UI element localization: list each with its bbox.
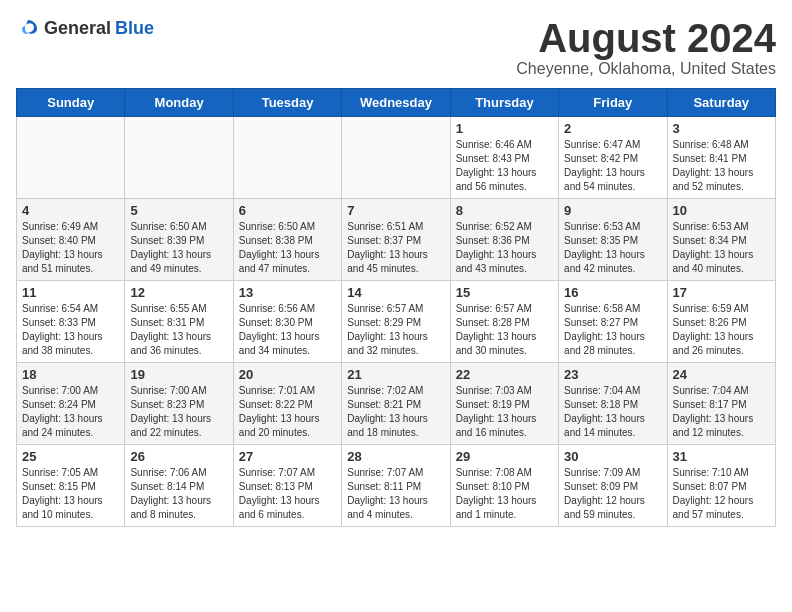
day-number: 13 bbox=[239, 285, 336, 300]
day-number: 9 bbox=[564, 203, 661, 218]
day-info: Sunrise: 6:53 AM Sunset: 8:35 PM Dayligh… bbox=[564, 220, 661, 276]
calendar-cell: 26Sunrise: 7:06 AM Sunset: 8:14 PM Dayli… bbox=[125, 445, 233, 527]
day-header-sunday: Sunday bbox=[17, 89, 125, 117]
day-info: Sunrise: 7:07 AM Sunset: 8:13 PM Dayligh… bbox=[239, 466, 336, 522]
day-info: Sunrise: 7:04 AM Sunset: 8:17 PM Dayligh… bbox=[673, 384, 770, 440]
day-number: 14 bbox=[347, 285, 444, 300]
day-info: Sunrise: 6:59 AM Sunset: 8:26 PM Dayligh… bbox=[673, 302, 770, 358]
day-info: Sunrise: 7:04 AM Sunset: 8:18 PM Dayligh… bbox=[564, 384, 661, 440]
day-info: Sunrise: 6:57 AM Sunset: 8:28 PM Dayligh… bbox=[456, 302, 553, 358]
day-number: 22 bbox=[456, 367, 553, 382]
day-number: 15 bbox=[456, 285, 553, 300]
title-block: August 2024 Cheyenne, Oklahoma, United S… bbox=[516, 16, 776, 78]
day-number: 16 bbox=[564, 285, 661, 300]
calendar-cell: 28Sunrise: 7:07 AM Sunset: 8:11 PM Dayli… bbox=[342, 445, 450, 527]
header: General Blue August 2024 Cheyenne, Oklah… bbox=[16, 16, 776, 78]
calendar-cell: 14Sunrise: 6:57 AM Sunset: 8:29 PM Dayli… bbox=[342, 281, 450, 363]
calendar-cell bbox=[125, 117, 233, 199]
day-info: Sunrise: 7:03 AM Sunset: 8:19 PM Dayligh… bbox=[456, 384, 553, 440]
main-title: August 2024 bbox=[516, 16, 776, 60]
calendar-cell: 2Sunrise: 6:47 AM Sunset: 8:42 PM Daylig… bbox=[559, 117, 667, 199]
calendar-cell: 25Sunrise: 7:05 AM Sunset: 8:15 PM Dayli… bbox=[17, 445, 125, 527]
calendar-cell: 31Sunrise: 7:10 AM Sunset: 8:07 PM Dayli… bbox=[667, 445, 775, 527]
calendar-cell: 27Sunrise: 7:07 AM Sunset: 8:13 PM Dayli… bbox=[233, 445, 341, 527]
calendar-cell: 9Sunrise: 6:53 AM Sunset: 8:35 PM Daylig… bbox=[559, 199, 667, 281]
logo-blue-text: Blue bbox=[115, 18, 154, 39]
calendar: SundayMondayTuesdayWednesdayThursdayFrid… bbox=[16, 88, 776, 527]
day-info: Sunrise: 7:06 AM Sunset: 8:14 PM Dayligh… bbox=[130, 466, 227, 522]
day-number: 6 bbox=[239, 203, 336, 218]
calendar-cell: 29Sunrise: 7:08 AM Sunset: 8:10 PM Dayli… bbox=[450, 445, 558, 527]
day-number: 10 bbox=[673, 203, 770, 218]
calendar-cell: 18Sunrise: 7:00 AM Sunset: 8:24 PM Dayli… bbox=[17, 363, 125, 445]
day-info: Sunrise: 6:58 AM Sunset: 8:27 PM Dayligh… bbox=[564, 302, 661, 358]
day-number: 27 bbox=[239, 449, 336, 464]
calendar-cell: 4Sunrise: 6:49 AM Sunset: 8:40 PM Daylig… bbox=[17, 199, 125, 281]
day-info: Sunrise: 6:47 AM Sunset: 8:42 PM Dayligh… bbox=[564, 138, 661, 194]
calendar-cell: 20Sunrise: 7:01 AM Sunset: 8:22 PM Dayli… bbox=[233, 363, 341, 445]
day-number: 5 bbox=[130, 203, 227, 218]
day-number: 18 bbox=[22, 367, 119, 382]
calendar-cell: 3Sunrise: 6:48 AM Sunset: 8:41 PM Daylig… bbox=[667, 117, 775, 199]
day-info: Sunrise: 6:53 AM Sunset: 8:34 PM Dayligh… bbox=[673, 220, 770, 276]
calendar-cell: 7Sunrise: 6:51 AM Sunset: 8:37 PM Daylig… bbox=[342, 199, 450, 281]
logo-bird-icon bbox=[16, 16, 40, 40]
day-number: 11 bbox=[22, 285, 119, 300]
calendar-week-2: 4Sunrise: 6:49 AM Sunset: 8:40 PM Daylig… bbox=[17, 199, 776, 281]
day-info: Sunrise: 6:50 AM Sunset: 8:39 PM Dayligh… bbox=[130, 220, 227, 276]
calendar-header-row: SundayMondayTuesdayWednesdayThursdayFrid… bbox=[17, 89, 776, 117]
day-header-saturday: Saturday bbox=[667, 89, 775, 117]
calendar-cell: 6Sunrise: 6:50 AM Sunset: 8:38 PM Daylig… bbox=[233, 199, 341, 281]
day-number: 20 bbox=[239, 367, 336, 382]
day-info: Sunrise: 6:52 AM Sunset: 8:36 PM Dayligh… bbox=[456, 220, 553, 276]
day-header-thursday: Thursday bbox=[450, 89, 558, 117]
day-info: Sunrise: 7:00 AM Sunset: 8:24 PM Dayligh… bbox=[22, 384, 119, 440]
calendar-cell: 15Sunrise: 6:57 AM Sunset: 8:28 PM Dayli… bbox=[450, 281, 558, 363]
logo: General Blue bbox=[16, 16, 154, 40]
day-info: Sunrise: 7:01 AM Sunset: 8:22 PM Dayligh… bbox=[239, 384, 336, 440]
day-number: 26 bbox=[130, 449, 227, 464]
calendar-cell: 5Sunrise: 6:50 AM Sunset: 8:39 PM Daylig… bbox=[125, 199, 233, 281]
day-header-friday: Friday bbox=[559, 89, 667, 117]
day-info: Sunrise: 7:09 AM Sunset: 8:09 PM Dayligh… bbox=[564, 466, 661, 522]
calendar-cell: 11Sunrise: 6:54 AM Sunset: 8:33 PM Dayli… bbox=[17, 281, 125, 363]
day-number: 1 bbox=[456, 121, 553, 136]
calendar-week-3: 11Sunrise: 6:54 AM Sunset: 8:33 PM Dayli… bbox=[17, 281, 776, 363]
day-info: Sunrise: 7:08 AM Sunset: 8:10 PM Dayligh… bbox=[456, 466, 553, 522]
day-number: 21 bbox=[347, 367, 444, 382]
logo-general-text: General bbox=[44, 18, 111, 39]
day-number: 12 bbox=[130, 285, 227, 300]
calendar-cell: 30Sunrise: 7:09 AM Sunset: 8:09 PM Dayli… bbox=[559, 445, 667, 527]
calendar-cell: 13Sunrise: 6:56 AM Sunset: 8:30 PM Dayli… bbox=[233, 281, 341, 363]
day-number: 8 bbox=[456, 203, 553, 218]
day-info: Sunrise: 6:46 AM Sunset: 8:43 PM Dayligh… bbox=[456, 138, 553, 194]
calendar-week-5: 25Sunrise: 7:05 AM Sunset: 8:15 PM Dayli… bbox=[17, 445, 776, 527]
day-info: Sunrise: 6:49 AM Sunset: 8:40 PM Dayligh… bbox=[22, 220, 119, 276]
calendar-cell: 12Sunrise: 6:55 AM Sunset: 8:31 PM Dayli… bbox=[125, 281, 233, 363]
day-info: Sunrise: 6:55 AM Sunset: 8:31 PM Dayligh… bbox=[130, 302, 227, 358]
day-header-wednesday: Wednesday bbox=[342, 89, 450, 117]
day-number: 17 bbox=[673, 285, 770, 300]
day-info: Sunrise: 6:51 AM Sunset: 8:37 PM Dayligh… bbox=[347, 220, 444, 276]
day-header-tuesday: Tuesday bbox=[233, 89, 341, 117]
day-info: Sunrise: 7:00 AM Sunset: 8:23 PM Dayligh… bbox=[130, 384, 227, 440]
day-number: 4 bbox=[22, 203, 119, 218]
day-info: Sunrise: 7:10 AM Sunset: 8:07 PM Dayligh… bbox=[673, 466, 770, 522]
day-header-monday: Monday bbox=[125, 89, 233, 117]
calendar-cell: 8Sunrise: 6:52 AM Sunset: 8:36 PM Daylig… bbox=[450, 199, 558, 281]
day-number: 7 bbox=[347, 203, 444, 218]
day-info: Sunrise: 6:54 AM Sunset: 8:33 PM Dayligh… bbox=[22, 302, 119, 358]
calendar-cell: 21Sunrise: 7:02 AM Sunset: 8:21 PM Dayli… bbox=[342, 363, 450, 445]
calendar-cell: 1Sunrise: 6:46 AM Sunset: 8:43 PM Daylig… bbox=[450, 117, 558, 199]
day-number: 23 bbox=[564, 367, 661, 382]
day-info: Sunrise: 6:56 AM Sunset: 8:30 PM Dayligh… bbox=[239, 302, 336, 358]
day-number: 28 bbox=[347, 449, 444, 464]
day-info: Sunrise: 7:02 AM Sunset: 8:21 PM Dayligh… bbox=[347, 384, 444, 440]
calendar-week-4: 18Sunrise: 7:00 AM Sunset: 8:24 PM Dayli… bbox=[17, 363, 776, 445]
calendar-week-1: 1Sunrise: 6:46 AM Sunset: 8:43 PM Daylig… bbox=[17, 117, 776, 199]
day-info: Sunrise: 7:07 AM Sunset: 8:11 PM Dayligh… bbox=[347, 466, 444, 522]
day-info: Sunrise: 6:57 AM Sunset: 8:29 PM Dayligh… bbox=[347, 302, 444, 358]
calendar-body: 1Sunrise: 6:46 AM Sunset: 8:43 PM Daylig… bbox=[17, 117, 776, 527]
calendar-cell: 24Sunrise: 7:04 AM Sunset: 8:17 PM Dayli… bbox=[667, 363, 775, 445]
calendar-cell: 23Sunrise: 7:04 AM Sunset: 8:18 PM Dayli… bbox=[559, 363, 667, 445]
